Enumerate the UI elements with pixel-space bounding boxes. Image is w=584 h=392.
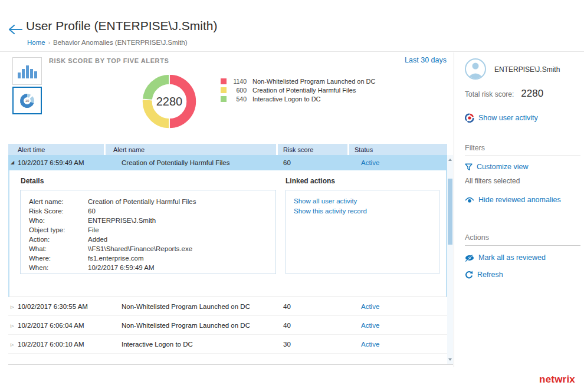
table-row[interactable]: ▷ 10/02/2017 6:30:55 AM Non-Whitelisted … [8, 297, 447, 316]
total-risk-label: Total risk score: [465, 90, 514, 98]
risk-score-cell: 40 [278, 303, 349, 310]
alert-name-cell: Creation of Potentially Harmful Files [106, 159, 278, 166]
table-scrollbar[interactable] [447, 155, 453, 364]
column-header-risk-score[interactable]: Risk score [278, 144, 347, 155]
breadcrumb-separator: › [48, 39, 50, 46]
page-title: User Profile (ENTERPISE\J.Smith) [26, 19, 217, 33]
total-risk-value: 2280 [521, 88, 543, 100]
chart-legend: 1140 Non-Whitelisted Program Launched on… [221, 77, 376, 103]
user-sidebar: ENTERPISE\J.Smith Total risk score: 2280… [454, 52, 584, 367]
netwrix-logo: netwrix [539, 374, 575, 386]
expand-row-icon[interactable]: ▷ [11, 323, 14, 327]
detail-field: Alert name:Creation of Potentially Harmf… [29, 197, 275, 206]
user-activity-icon [465, 113, 474, 123]
show-this-activity-record-link[interactable]: Show this activity record [294, 206, 439, 216]
period-selector-link[interactable]: Last 30 days [405, 56, 447, 64]
page-header: User Profile (ENTERPISE\J.Smith) Home›Be… [0, 0, 584, 52]
hide-reviewed-anomalies-link[interactable]: Hide reviewed anomalies [465, 196, 561, 204]
detail-field: When:10/2/2017 6:59:49 AM [29, 263, 275, 272]
sidebar-username: ENTERPISE\J.Smith [494, 65, 560, 74]
total-risk-score: Total risk score: 2280 [465, 88, 543, 100]
table-bottom-divider [8, 364, 453, 365]
main-panel: 10 RISK SCORE BY TOP FIVE ALERTS Last 30… [0, 52, 454, 367]
breadcrumb-current: Behavior Anomalies (ENTERPRISE\J.Smith) [53, 39, 188, 46]
legend-value: 1140 [231, 78, 247, 85]
legend-swatch-red [221, 78, 227, 84]
customize-view-link[interactable]: Customize view [465, 163, 529, 171]
column-header-alert-name[interactable]: Alert name [106, 144, 276, 155]
detail-field: Who:ENTERPRISE\J.Smith [29, 216, 275, 225]
filters-status-text: All filters selected [465, 177, 520, 185]
status-link[interactable]: Active [361, 341, 379, 348]
breadcrumb: Home›Behavior Anomalies (ENTERPRISE\J.Sm… [27, 39, 188, 46]
detail-field: Object type:File [29, 225, 275, 235]
status-link[interactable]: Active [361, 159, 379, 166]
table-row-expanded[interactable]: ◢ 10/2/2017 6:59:49 AM Creation of Poten… [8, 155, 447, 170]
actions-heading: Actions [465, 233, 489, 242]
svg-text:10: 10 [25, 99, 29, 103]
refresh-icon [465, 271, 473, 279]
legend-item: 540 Interactive Logon to DC [221, 94, 376, 103]
filters-heading: Filters [465, 144, 485, 152]
expand-row-icon[interactable]: ▷ [11, 304, 14, 308]
user-profile-page: { "header": { "title": "User Profile (EN… [0, 0, 584, 392]
details-heading: Details [21, 177, 44, 185]
scrollbar-thumb[interactable] [448, 179, 452, 245]
alert-name-cell: Interactive Logon to DC [106, 341, 278, 348]
scroll-down-icon[interactable] [448, 358, 452, 361]
bar-chart-icon [18, 64, 37, 78]
breadcrumb-home-link[interactable]: Home [27, 39, 45, 46]
legend-swatch-green [221, 96, 227, 102]
legend-swatch-yellow [221, 87, 227, 93]
risk-score-cell: 30 [278, 341, 349, 348]
risk-score-cell: 60 [278, 159, 349, 166]
risk-total-center: 2280 [140, 72, 199, 131]
user-avatar [465, 58, 486, 80]
back-arrow-icon[interactable] [7, 24, 24, 35]
linked-actions-heading: Linked actions [286, 177, 335, 185]
scroll-up-icon[interactable] [448, 159, 452, 161]
show-all-user-activity-link[interactable]: Show all user activity [294, 196, 439, 206]
legend-label: Creation of Potentially Harmful Files [252, 87, 356, 94]
status-link[interactable]: Active [361, 303, 379, 310]
detail-field: Risk Score:60 [29, 206, 275, 216]
actions-divider [465, 245, 580, 246]
table-row[interactable]: ▷ 10/2/2017 6:00:10 AM Interactive Logon… [8, 335, 447, 354]
filters-divider [465, 156, 580, 156]
collapse-row-icon[interactable]: ◢ [11, 160, 14, 165]
detail-field: What:\\FS1\Shared\Finance\Reports.exe [29, 244, 275, 253]
person-icon [466, 60, 485, 78]
mark-all-reviewed-link[interactable]: Mark all as reviewed [465, 253, 546, 262]
table-header-row: Alert time Alert name Risk score Status [8, 144, 447, 155]
status-link[interactable]: Active [361, 322, 379, 329]
legend-value: 600 [231, 87, 247, 94]
alert-detail-panel: Details Alert name:Creation of Potential… [8, 170, 447, 297]
alert-time-cell: 10/2/2017 6:00:10 AM [8, 341, 106, 348]
detail-field: Where:fs1.enterprise.com [29, 253, 275, 263]
alert-name-cell: Non-Whitelisted Program Launched on DC [106, 303, 278, 310]
donut-view-button[interactable]: 10 [12, 87, 42, 114]
show-user-activity-link[interactable]: Show user activity [465, 113, 538, 123]
expand-row-icon[interactable]: ▷ [11, 342, 14, 346]
legend-value: 540 [231, 95, 247, 103]
alerts-table: Alert time Alert name Risk score Status … [8, 144, 447, 354]
bar-chart-view-button[interactable] [12, 57, 42, 85]
column-header-status[interactable]: Status [349, 144, 447, 155]
risk-panel-title: RISK SCORE BY TOP FIVE ALERTS [49, 57, 169, 64]
alert-name-cell: Non-Whitelisted Program Launched on DC [106, 322, 278, 329]
alert-time-cell: 10/2/2017 6:59:49 AM [8, 159, 106, 166]
alert-time-cell: 10/2/2017 6:06:04 AM [8, 322, 106, 329]
linked-actions-box: Show all user activity Show this activit… [286, 190, 439, 274]
details-box: Alert name:Creation of Potentially Harmf… [20, 190, 276, 274]
column-header-alert-time[interactable]: Alert time [8, 144, 104, 155]
eye-icon [465, 196, 474, 203]
detail-field: Action:Added [29, 235, 275, 244]
filter-funnel-icon [465, 163, 473, 171]
table-row[interactable]: ▷ 10/2/2017 6:06:04 AM Non-Whitelisted P… [8, 316, 447, 335]
refresh-link[interactable]: Refresh [465, 271, 503, 279]
risk-score-cell: 40 [278, 322, 349, 329]
risk-donut-chart: 2280 [140, 72, 199, 131]
alert-time-cell: 10/02/2017 6:30:55 AM [8, 303, 106, 310]
eye-slash-icon [465, 254, 474, 262]
legend-label: Interactive Logon to DC [252, 95, 321, 103]
